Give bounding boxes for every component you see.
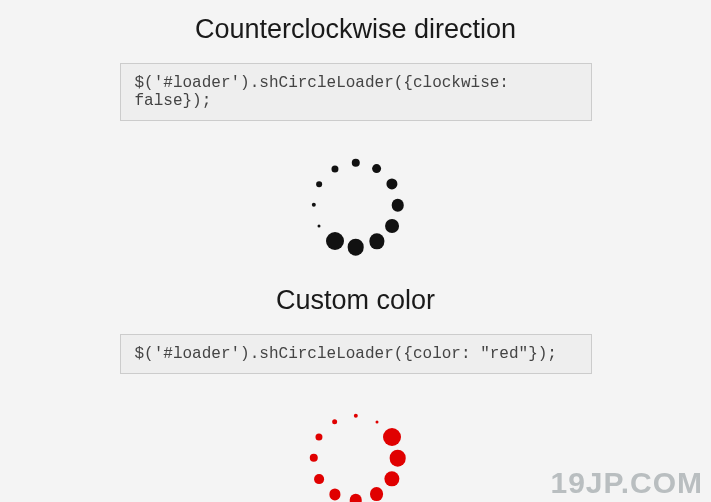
loader-dot xyxy=(316,181,322,187)
loader-dot xyxy=(347,239,364,256)
code-block-custom-color: $('#loader').shCircleLoader({color: "red… xyxy=(120,334,592,374)
loader-dot xyxy=(384,471,399,486)
page-container: Counterclockwise direction $('#loader').… xyxy=(0,0,711,502)
loader-dot xyxy=(369,234,384,249)
loader-dot xyxy=(372,164,382,174)
loader-dot xyxy=(311,203,315,207)
circle-loader-counterclockwise xyxy=(296,145,416,265)
loader-dot xyxy=(389,450,406,467)
loader-dot xyxy=(385,219,399,233)
loader-dot xyxy=(309,454,317,462)
section-title-custom-color: Custom color xyxy=(276,285,435,316)
loader-dot xyxy=(349,494,362,502)
loader-dot xyxy=(332,419,338,425)
loader-dot xyxy=(370,487,384,501)
loader-dot xyxy=(351,159,359,167)
loader-dot xyxy=(383,428,401,446)
circle-loader-custom-color xyxy=(296,398,416,502)
loader-dot xyxy=(329,489,340,500)
loader-dot xyxy=(314,474,324,484)
loader-dot xyxy=(386,178,397,189)
loader-dot xyxy=(318,225,321,228)
watermark-text: 19JP.COM xyxy=(550,466,703,500)
loader-dot xyxy=(353,414,357,418)
section-title-counterclockwise: Counterclockwise direction xyxy=(195,14,516,45)
loader-dot xyxy=(391,199,404,212)
loader-dot xyxy=(331,165,338,172)
code-block-counterclockwise: $('#loader').shCircleLoader({clockwise: … xyxy=(120,63,592,121)
loader-dot xyxy=(316,433,323,440)
loader-dot xyxy=(326,232,344,250)
loader-dot xyxy=(375,420,378,423)
